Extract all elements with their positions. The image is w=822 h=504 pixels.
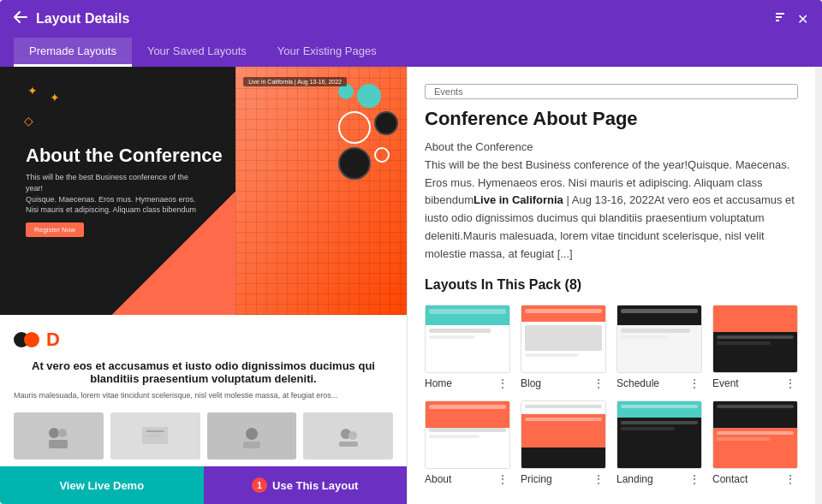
thumb-3 [207,412,297,460]
layout-item-home: Home ⋮ [425,305,510,390]
teal-circle-md [357,84,381,108]
preview-image: ✦ ✦ ◇ About the Conference This will be … [0,67,407,315]
layout-grid: Home ⋮ [425,305,798,503]
contact-menu-button[interactable]: ⋮ [783,472,798,486]
layout-item-event: Event ⋮ [712,305,798,390]
layout-item-blog: Blog ⋮ [521,305,606,390]
contact-mockup [713,401,797,468]
modal-header: Layout Details ✕ [0,0,822,38]
header-actions: ✕ [773,10,808,27]
layout-item-landing: Landing ⋮ [616,400,702,486]
tab-saved[interactable]: Your Saved Layouts [132,38,262,67]
content-heading: At vero eos et accusamus et iusto odio d… [14,359,393,385]
blog-label: Blog [521,377,541,389]
page-title: Layout Details [36,11,773,27]
landing-menu-button[interactable]: ⋮ [687,472,702,486]
contact-label: Contact [712,473,748,485]
scroll-track [815,67,822,504]
layout-item-registration: Pricing ⋮ [521,400,606,486]
event-label-row: Event ⋮ [712,377,798,390]
preview-body: Quisque. Maecenas. Eros mus. Hymenaeos e… [26,194,197,216]
outline-circle-lg [338,111,371,144]
thumb-2 [110,412,200,460]
layout-thumb-about[interactable] [425,400,510,469]
live-banner: Live in California | Aug 13-16, 2022 [243,77,347,86]
preview-bg: ✦ ✦ ◇ About the Conference This will be … [0,67,407,315]
home-label: Home [425,377,452,389]
modal-body: ✦ ✦ ◇ About the Conference This will be … [0,67,822,504]
register-button[interactable]: Register Now [26,222,84,237]
use-layout-button[interactable]: 1 Use This Layout [204,466,408,504]
thumb-1 [14,412,104,460]
home-mockup [426,305,509,372]
blog-label-row: Blog ⋮ [521,377,606,390]
preview-building [235,67,407,315]
blog-menu-button[interactable]: ⋮ [591,377,606,390]
thumb-4 [303,412,393,460]
tab-existing[interactable]: Your Existing Pages [262,38,392,67]
schedule-label: Schedule [616,377,659,389]
svg-rect-5 [49,440,68,448]
landing-label: Landing [616,473,653,485]
sort-button[interactable] [773,10,787,27]
svg-point-3 [49,428,59,438]
blog-mockup [521,305,605,372]
layout-thumb-schedule[interactable] [616,305,702,373]
preview-content: D At vero eos et accusamus et iusto odio… [0,315,407,466]
layout-thumb-event[interactable] [712,305,798,373]
use-layout-label: Use This Layout [272,479,358,492]
badge: 1 [252,477,267,493]
layout-thumb-registration[interactable] [521,400,606,469]
layout-thumb-home[interactable] [425,305,510,373]
svg-rect-13 [339,442,358,447]
layout-item-schedule: Schedule ⋮ [616,305,702,390]
event-label: Event [712,377,739,389]
sparkle-icon-2: ✦ [50,91,60,104]
layout-item-contact: Contact ⋮ [712,400,798,486]
layout-item-about: About ⋮ [425,400,510,486]
logo-row: D [14,329,393,351]
tag-badge: Events [425,84,798,99]
preview-subtitle: This will be the best Business conferenc… [26,173,197,194]
landing-mockup [617,401,701,468]
back-icon[interactable] [14,11,27,27]
registration-mockup [521,401,605,468]
logo-circle-2 [24,332,39,347]
layout-thumb-blog[interactable] [521,305,606,373]
content-body: Mauris malesuada, lorem vitae tincidunt … [14,390,393,402]
logo-circles [14,332,39,347]
left-panel: ✦ ✦ ◇ About the Conference This will be … [0,67,407,504]
about-mockup [426,401,509,468]
circle-group [338,84,398,180]
schedule-menu-button[interactable]: ⋮ [687,377,702,390]
tab-premade[interactable]: Premade Layouts [14,38,132,67]
dark-circle-md [374,111,398,135]
about-menu-button[interactable]: ⋮ [495,472,510,486]
registration-label-row: Pricing ⋮ [521,472,606,486]
contact-label-row: Contact ⋮ [712,472,798,486]
tabs-bar: Premade Layouts Your Saved Layouts Your … [0,38,822,67]
registration-menu-button[interactable]: ⋮ [591,472,606,486]
outline-circle-sm [374,147,390,163]
preview-heading: About the Conference [26,145,223,167]
svg-point-9 [246,428,258,440]
home-label-row: Home ⋮ [425,377,510,390]
modal-wrapper: Layout Details ✕ Premade Layouts Your Sa… [0,0,822,504]
about-label: About [425,473,451,485]
svg-point-4 [58,429,67,437]
svg-point-12 [348,431,357,440]
home-menu-button[interactable]: ⋮ [495,377,510,390]
layout-thumb-landing[interactable] [616,400,702,469]
layout-thumb-contact[interactable] [712,400,798,469]
sparkle-icon: ✦ [27,84,38,98]
logo-letter: D [46,329,60,351]
landing-label-row: Landing ⋮ [616,472,702,486]
event-menu-button[interactable]: ⋮ [783,377,798,390]
about-label-row: About ⋮ [425,472,510,486]
demo-button[interactable]: View Live Demo [0,466,204,504]
right-panel: Events Conference About Page About the C… [408,67,815,504]
svg-rect-10 [243,442,260,448]
detail-description: About the ConferenceThis will be the bes… [425,139,798,264]
preview-text-block: About the Conference This will be the be… [26,145,223,237]
close-button[interactable]: ✕ [797,11,808,27]
